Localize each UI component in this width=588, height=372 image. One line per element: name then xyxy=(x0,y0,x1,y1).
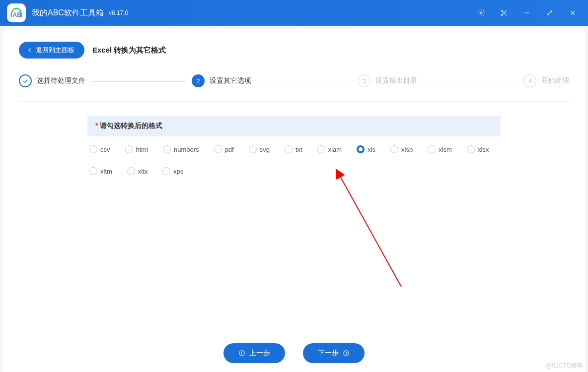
radio-label: numbers xyxy=(174,146,199,153)
radio-icon xyxy=(214,145,222,153)
radio-icon xyxy=(428,145,436,153)
radio-label: xps xyxy=(173,168,183,175)
format-radio-xls[interactable]: xls xyxy=(357,145,375,153)
radio-label: txt xyxy=(295,146,302,153)
next-button[interactable]: 下一步 xyxy=(303,343,365,363)
format-radio-svg[interactable]: svg xyxy=(249,145,270,153)
format-radio-numbers[interactable]: numbers xyxy=(163,145,199,153)
radio-label: xlam xyxy=(328,146,342,153)
format-radio-pdf[interactable]: pdf xyxy=(214,145,234,153)
step-4: 4 开始处理 xyxy=(523,74,569,87)
card-header: 返回到主面板 Excel 转换为其它格式 xyxy=(3,29,585,69)
close-icon xyxy=(569,9,577,17)
svg-point-7 xyxy=(344,351,349,356)
svg-point-6 xyxy=(239,351,245,356)
format-radio-html[interactable]: html xyxy=(125,145,148,153)
format-radio-xps[interactable]: xps xyxy=(162,167,183,175)
step-connector xyxy=(92,81,185,81)
format-radio-txt[interactable]: txt xyxy=(285,145,302,153)
radio-label: html xyxy=(136,146,148,153)
radio-label: xlsb xyxy=(401,146,413,153)
format-radio-xlsx[interactable]: xlsx xyxy=(467,145,489,153)
section-header: *请勾选转换后的格式 xyxy=(87,116,501,136)
svg-point-4 xyxy=(501,14,503,15)
radio-label: pdf xyxy=(225,146,234,153)
radio-label: xlsx xyxy=(478,146,489,153)
step-2: 2 设置其它选项 xyxy=(192,74,251,87)
watermark: @51CTO博客 xyxy=(546,362,583,370)
prev-button-label: 上一步 xyxy=(249,349,270,358)
radio-icon xyxy=(249,145,257,153)
step-1: 选择待处理文件 xyxy=(19,74,85,87)
format-radio-xltm[interactable]: xltm xyxy=(89,167,112,175)
radio-icon xyxy=(357,145,365,153)
close-button[interactable] xyxy=(561,3,584,23)
step-number: 2 xyxy=(192,74,205,87)
svg-text:B: B xyxy=(17,11,22,18)
back-button-label: 返回到主面板 xyxy=(36,46,74,55)
radio-label: xlsm xyxy=(439,146,452,153)
back-button[interactable]: 返回到主面板 xyxy=(19,42,84,59)
page-title: Excel 转换为其它格式 xyxy=(92,46,166,55)
format-radio-xlsb[interactable]: xlsb xyxy=(390,145,413,153)
step-connector xyxy=(424,81,516,81)
scissors-icon xyxy=(500,9,508,17)
section-title: 请勾选转换后的格式 xyxy=(100,122,162,129)
gear-icon xyxy=(477,9,485,17)
scissors-button[interactable] xyxy=(493,3,515,23)
step-number: 3 xyxy=(358,74,370,87)
footer-nav: 上一步 下一步 xyxy=(3,343,585,363)
app-version: v6.17.0 xyxy=(109,9,128,16)
required-mark: * xyxy=(95,122,98,129)
step-label: 设置其它选项 xyxy=(210,76,251,85)
chevron-left-icon xyxy=(27,47,33,53)
radio-icon xyxy=(89,145,97,153)
main-card: 返回到主面板 Excel 转换为其它格式 选择待处理文件 2 设置其它选项 3 … xyxy=(3,29,585,372)
stepper: 选择待处理文件 2 设置其它选项 3 设置输出目录 4 开始处理 xyxy=(3,69,585,87)
radio-icon xyxy=(89,167,97,175)
minimize-icon xyxy=(523,9,531,17)
radio-label: svg xyxy=(260,146,270,153)
radio-label: xls xyxy=(368,146,375,153)
format-radio-xlam[interactable]: xlam xyxy=(317,145,342,153)
step-3: 3 设置输出目录 xyxy=(358,74,417,87)
annotation-arrow xyxy=(332,168,411,292)
step-number: 4 xyxy=(523,74,536,87)
radio-label: xltm xyxy=(100,168,112,175)
radio-icon xyxy=(125,145,133,153)
svg-point-3 xyxy=(501,10,503,11)
step-label: 开始处理 xyxy=(541,76,569,85)
radio-icon xyxy=(163,145,171,153)
app-title: 我的ABC软件工具箱 xyxy=(32,8,104,18)
radio-icon xyxy=(162,167,170,175)
step-done-icon xyxy=(19,74,32,87)
maximize-icon xyxy=(546,9,554,17)
svg-point-2 xyxy=(480,12,482,14)
radio-label: xltx xyxy=(138,168,148,175)
format-radio-xltx[interactable]: xltx xyxy=(127,167,148,175)
titlebar: A B 我的ABC软件工具箱 v6.17.0 xyxy=(0,0,588,26)
format-radio-xlsm[interactable]: xlsm xyxy=(428,145,452,153)
format-radio-csv[interactable]: csv xyxy=(89,145,110,153)
chevron-left-circle-icon xyxy=(238,350,245,357)
radio-label: csv xyxy=(100,146,110,153)
radio-icon xyxy=(127,167,135,175)
radio-icon xyxy=(390,145,398,153)
next-button-label: 下一步 xyxy=(318,349,339,358)
step-connector xyxy=(258,81,351,81)
app-logo: A B xyxy=(7,3,26,22)
radio-icon xyxy=(467,145,475,153)
format-radio-group: csvhtmlnumberspdfsvgtxtxlamxlsxlsbxlsmxl… xyxy=(87,136,501,175)
settings-button[interactable] xyxy=(470,3,493,23)
radio-icon xyxy=(285,145,293,153)
prev-button[interactable]: 上一步 xyxy=(223,343,285,363)
chevron-right-circle-icon xyxy=(343,350,350,357)
step-label: 选择待处理文件 xyxy=(37,76,85,85)
maximize-button[interactable] xyxy=(538,3,561,23)
step-label: 设置输出目录 xyxy=(375,76,417,85)
content-area: *请勾选转换后的格式 csvhtmlnumberspdfsvgtxtxlamxl… xyxy=(3,102,585,175)
svg-text:A: A xyxy=(13,11,17,18)
minimize-button[interactable] xyxy=(515,3,538,23)
radio-icon xyxy=(317,145,325,153)
svg-line-5 xyxy=(340,176,401,287)
